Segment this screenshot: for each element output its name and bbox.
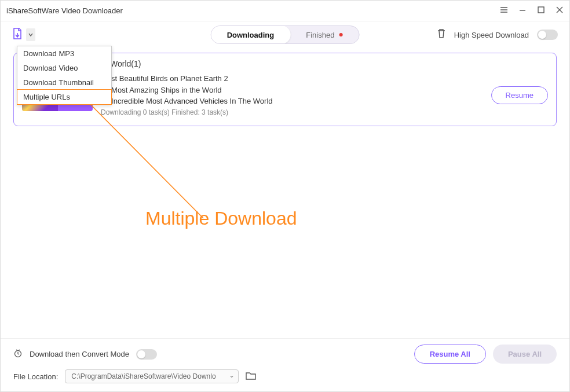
toolbar-right: High Speed Download	[437, 28, 558, 41]
paste-url-icon[interactable]	[12, 28, 23, 42]
footer-buttons: Resume All Pause All	[414, 345, 557, 364]
tab-switcher: Downloading Finished	[211, 25, 360, 44]
menu-download-mp3[interactable]: Download MP3	[17, 46, 111, 61]
file-location-select[interactable]: C:\ProgramData\iShareSoftware\Video Down…	[65, 369, 239, 383]
task-line-3: 12 Incredible Most Advanced Vehicles In …	[101, 96, 483, 107]
resume-all-button[interactable]: Resume All	[414, 345, 486, 364]
notification-dot-icon	[339, 33, 342, 36]
clock-icon	[13, 349, 23, 360]
task-line-1: Most Beautiful Birds on Planet Earth 2	[101, 73, 483, 85]
close-icon[interactable]	[556, 6, 564, 16]
task-lines: Most Beautiful Birds on Planet Earth 2 1…	[101, 73, 483, 118]
footer-row-1: Download then Convert Mode Resume All Pa…	[13, 345, 557, 364]
svg-rect-0	[538, 7, 544, 13]
task-status: Downloading 0 task(s) Finished: 3 task(s…	[101, 107, 483, 118]
resume-button[interactable]: Resume	[491, 86, 548, 104]
tab-finished-label: Finished	[306, 31, 334, 39]
pause-all-button: Pause All	[493, 345, 557, 364]
trash-icon[interactable]	[437, 28, 446, 41]
footer-row-2: File Location: C:\ProgramData\iShareSoft…	[13, 369, 557, 383]
menu-icon[interactable]	[500, 6, 508, 16]
file-location-label: File Location:	[13, 372, 58, 381]
footer: Download then Convert Mode Resume All Pa…	[1, 338, 569, 391]
url-dropdown-menu: Download MP3 Download Video Download Thu…	[17, 46, 112, 105]
titlebar: iShareSoftWare Video Downloader	[1, 1, 569, 21]
toolbar: Downloading Finished High Speed Download	[1, 21, 569, 48]
menu-download-video[interactable]: Download Video	[17, 61, 111, 75]
folder-icon[interactable]	[246, 371, 256, 382]
window-controls	[500, 6, 564, 16]
task-line-2: 12 Most Amazing Ships in the World	[101, 85, 483, 96]
window-title: iShareSoftWare Video Downloader	[6, 6, 123, 15]
dropdown-toggle[interactable]	[26, 28, 35, 41]
minimize-icon[interactable]	[518, 6, 527, 16]
add-url-tool	[12, 28, 35, 42]
high-speed-toggle[interactable]	[537, 30, 558, 40]
convert-mode-label: Download then Convert Mode	[30, 350, 129, 358]
tab-finished[interactable]: Finished	[290, 26, 359, 43]
maximize-icon[interactable]	[537, 6, 545, 16]
convert-mode-toggle[interactable]	[136, 349, 157, 360]
tab-downloading[interactable]: Downloading	[211, 25, 291, 44]
menu-download-thumbnail[interactable]: Download Thumbnail	[17, 75, 111, 90]
high-speed-label: High Speed Download	[454, 31, 529, 39]
menu-multiple-urls[interactable]: Multiple URLs	[17, 89, 112, 105]
